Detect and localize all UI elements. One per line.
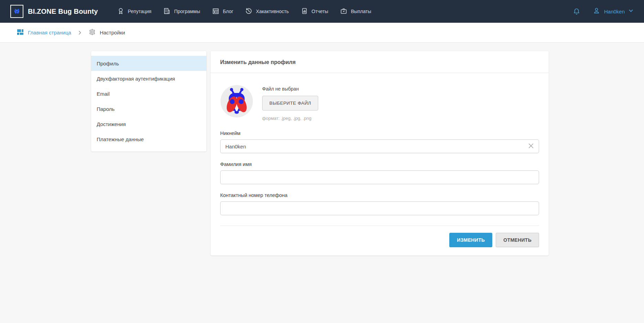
user-menu[interactable]: Han0ken	[592, 7, 634, 16]
page-title: Изменить данные профиля	[220, 59, 539, 65]
fullname-label: Фамилия имя	[220, 162, 539, 167]
brand-logo[interactable]: BI.ZONE Bug Bounty	[10, 5, 98, 18]
building-icon	[163, 7, 171, 16]
cancel-button[interactable]: ОТМЕНИТЬ	[496, 233, 539, 247]
avatar	[220, 85, 253, 118]
no-file-text: Файл не выбран	[262, 86, 318, 92]
nav-item-hackactivity[interactable]: Хакактивность	[239, 0, 295, 23]
breadcrumb-current: Настройки	[88, 28, 125, 37]
user-icon	[592, 7, 601, 16]
card-body: Файл не выбран ВЫБЕРИТЕ ФАЙЛ формат: .jp…	[211, 73, 549, 256]
nav-label: Репутация	[128, 9, 152, 14]
submit-button[interactable]: ИЗМЕНИТЬ	[449, 233, 492, 247]
nav-item-reputation[interactable]: Репутация	[111, 0, 158, 23]
brand-name: BI.ZONE Bug Bounty	[28, 8, 98, 15]
history-icon	[245, 7, 253, 16]
briefcase-icon	[340, 7, 347, 16]
main-nav: Репутация Программы	[111, 0, 377, 23]
notifications-bell-icon[interactable]	[572, 7, 581, 15]
breadcrumb-home[interactable]: Главная страница	[17, 28, 71, 37]
file-format-hint: формат: .jpeg, .jpg, .png	[262, 116, 318, 121]
nickname-input[interactable]	[220, 139, 539, 153]
report-icon	[301, 7, 308, 16]
chevron-down-icon	[628, 8, 634, 15]
phone-field-group: Контактный номер телефона	[220, 192, 539, 215]
file-upload-block: Файл не выбран ВЫБЕРИТЕ ФАЙЛ формат: .jp…	[262, 85, 318, 121]
chevron-right-icon	[76, 30, 84, 35]
sidebar-item-label: Пароль	[97, 106, 115, 112]
nickname-field-group: Никнейм	[220, 131, 539, 153]
settings-sidebar: Профиль Двухфакторная аутентификация Ema…	[91, 51, 206, 152]
nav-item-blog[interactable]: Блог	[206, 0, 239, 23]
gear-icon	[88, 28, 96, 37]
phone-input[interactable]	[220, 201, 539, 215]
nav-item-programs[interactable]: Программы	[157, 0, 206, 23]
nav-item-payouts[interactable]: Выплаты	[334, 0, 377, 23]
sidebar-item-label: Email	[97, 91, 110, 97]
sidebar-item-email[interactable]: Email	[91, 86, 206, 101]
nav-item-reports[interactable]: Отчеты	[295, 0, 334, 23]
actions-divider	[220, 226, 539, 226]
nav-label: Программы	[174, 9, 200, 14]
nav-label: Блог	[223, 9, 233, 14]
sidebar-item-label: Платежные данные	[97, 136, 144, 142]
dashboard-grid-icon	[17, 28, 24, 37]
clear-nickname-button[interactable]	[527, 142, 535, 150]
sidebar-item-profile[interactable]: Профиль	[91, 56, 206, 71]
sidebar-item-label: Достижения	[97, 121, 126, 127]
top-navbar: BI.ZONE Bug Bounty Репутация	[0, 0, 644, 23]
medal-icon	[117, 7, 125, 16]
nickname-label: Никнейм	[220, 131, 539, 136]
choose-file-button[interactable]: ВЫБЕРИТЕ ФАЙЛ	[262, 96, 318, 111]
avatar-section: Файл не выбран ВЫБЕРИТЕ ФАЙЛ формат: .jp…	[220, 85, 539, 121]
breadcrumb-current-label: Настройки	[100, 30, 125, 35]
sidebar-item-achievements[interactable]: Достижения	[91, 116, 206, 132]
nav-label: Выплаты	[351, 9, 371, 14]
username: Han0ken	[604, 9, 625, 14]
bizone-bug-logo-icon	[10, 5, 23, 18]
nav-label: Отчеты	[312, 9, 328, 14]
phone-label: Контактный номер телефона	[220, 192, 539, 198]
sidebar-item-password[interactable]: Пароль	[91, 101, 206, 116]
close-icon	[528, 143, 534, 150]
fullname-input[interactable]	[220, 170, 539, 184]
breadcrumb: Главная страница Настройки	[0, 23, 644, 43]
breadcrumb-home-link[interactable]: Главная страница	[28, 30, 71, 35]
page-content: Профиль Двухфакторная аутентификация Ema…	[0, 43, 644, 269]
sidebar-item-label: Профиль	[97, 61, 119, 66]
profile-edit-card: Изменить данные профиля	[211, 51, 549, 256]
sidebar-item-payment-data[interactable]: Платежные данные	[91, 132, 206, 147]
form-actions: ИЗМЕНИТЬ ОТМЕНИТЬ	[220, 233, 539, 247]
nav-label: Хакактивность	[256, 9, 289, 14]
sidebar-item-2fa[interactable]: Двухфакторная аутентификация	[91, 71, 206, 86]
card-header: Изменить данные профиля	[211, 51, 549, 73]
sidebar-item-label: Двухфакторная аутентификация	[97, 76, 175, 82]
newspaper-icon	[212, 7, 219, 16]
fullname-field-group: Фамилия имя	[220, 162, 539, 184]
